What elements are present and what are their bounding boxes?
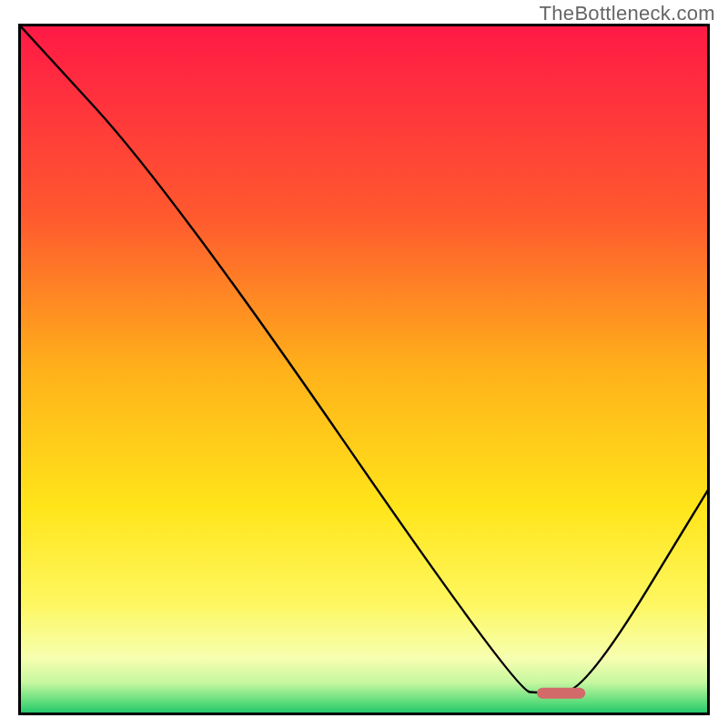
watermark-label: TheBottleneck.com — [540, 2, 715, 25]
minimum-marker — [537, 688, 585, 699]
chart-canvas — [18, 24, 710, 715]
gradient-background — [20, 25, 708, 713]
chart-svg — [18, 24, 710, 715]
